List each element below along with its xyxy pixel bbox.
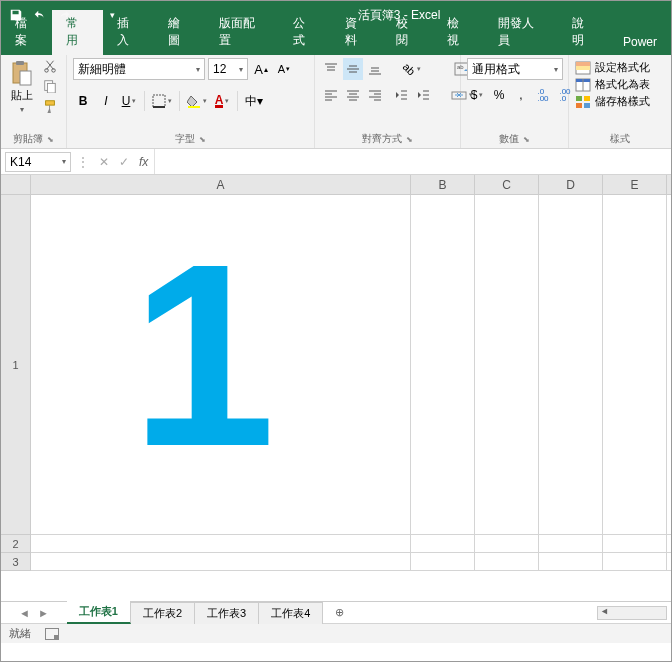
cell-a2[interactable] xyxy=(31,535,411,552)
sheet-tabs: ◄ ► 工作表1 工作表2 工作表3 工作表4 ⊕ xyxy=(1,601,671,623)
decrease-indent-icon[interactable] xyxy=(391,84,411,106)
align-bottom-icon[interactable] xyxy=(365,58,385,80)
svg-rect-6 xyxy=(47,83,55,93)
row-header-3[interactable]: 3 xyxy=(1,553,31,571)
sheet-tab-1[interactable]: 工作表1 xyxy=(67,601,131,624)
cell-c2[interactable] xyxy=(475,535,539,552)
cell-e3[interactable] xyxy=(603,553,667,570)
macro-record-icon[interactable] xyxy=(45,628,59,640)
clipboard-launcher-icon[interactable]: ⬊ xyxy=(47,135,54,144)
cell-c3[interactable] xyxy=(475,553,539,570)
select-all-corner[interactable] xyxy=(1,175,31,195)
sheet-tab-4[interactable]: 工作表4 xyxy=(259,602,323,624)
cell-a3[interactable] xyxy=(31,553,411,570)
cell-a1[interactable]: 1 xyxy=(31,195,411,534)
percent-button[interactable]: % xyxy=(489,84,509,106)
cell-b1[interactable] xyxy=(411,195,475,534)
group-clipboard: 貼上 ▾ 剪貼簿⬊ xyxy=(1,55,67,148)
cell-d3[interactable] xyxy=(539,553,603,570)
col-header-d[interactable]: D xyxy=(539,175,603,194)
col-header-c[interactable]: C xyxy=(475,175,539,194)
cell-styles-button[interactable]: 儲存格樣式 xyxy=(575,94,650,109)
grid-area: A B C D E 1 2 3 1 xyxy=(1,175,671,601)
align-middle-icon[interactable] xyxy=(343,58,363,80)
col-header-b[interactable]: B xyxy=(411,175,475,194)
sheet-nav-next-icon[interactable]: ► xyxy=(38,607,49,619)
group-align: ab▾ ab ▾ 對齊方式⬊ xyxy=(315,55,461,148)
number-format-combo[interactable]: 通用格式▾ xyxy=(467,58,563,80)
sheet-tab-3[interactable]: 工作表3 xyxy=(195,602,259,624)
status-bar: 就緒 xyxy=(1,623,671,643)
fill-color-button[interactable]: ▾ xyxy=(185,90,209,112)
align-launcher-icon[interactable]: ⬊ xyxy=(406,135,413,144)
group-font: 新細明體▾ 12▾ A▴ A▾ B I U▾ ▾ ▾ A▾ 中▾ 字型⬊ xyxy=(67,55,315,148)
format-painter-icon[interactable] xyxy=(41,98,59,114)
status-ready: 就緒 xyxy=(9,626,31,641)
col-header-a[interactable]: A xyxy=(31,175,411,194)
italic-button[interactable]: I xyxy=(96,90,116,112)
align-top-icon[interactable] xyxy=(321,58,341,80)
tab-draw[interactable]: 繪圖 xyxy=(154,10,205,55)
enter-formula-icon[interactable]: ✓ xyxy=(119,155,129,169)
redo-icon[interactable] xyxy=(57,8,71,22)
decrease-font-icon[interactable]: A▾ xyxy=(274,58,294,80)
increase-decimal-icon[interactable]: .0 .00 xyxy=(533,84,553,106)
font-launcher-icon[interactable]: ⬊ xyxy=(199,135,206,144)
tab-formulas[interactable]: 公式 xyxy=(279,10,330,55)
conditional-format-button[interactable]: 設定格式化 xyxy=(575,60,650,75)
horizontal-scrollbar[interactable] xyxy=(597,606,667,620)
comma-button[interactable]: , xyxy=(511,84,531,106)
increase-font-icon[interactable]: A▴ xyxy=(251,58,271,80)
paste-label: 貼上 xyxy=(11,88,33,103)
border-button[interactable]: ▾ xyxy=(150,90,174,112)
tab-view[interactable]: 檢視 xyxy=(433,10,484,55)
currency-button[interactable]: $▾ xyxy=(467,84,487,106)
increase-indent-icon[interactable] xyxy=(413,84,433,106)
tab-insert[interactable]: 插入 xyxy=(103,10,154,55)
new-sheet-button[interactable]: ⊕ xyxy=(323,606,356,619)
cell-e1[interactable] xyxy=(603,195,667,534)
formula-input[interactable] xyxy=(154,149,671,174)
paste-button[interactable]: 貼上 ▾ xyxy=(7,58,37,116)
cell-b3[interactable] xyxy=(411,553,475,570)
group-styles: 設定格式化 格式化為表 儲存格樣式 樣式 xyxy=(569,55,671,148)
tab-review[interactable]: 校閱 xyxy=(382,10,433,55)
font-size-combo[interactable]: 12▾ xyxy=(208,58,248,80)
phonetic-button[interactable]: 中▾ xyxy=(243,90,265,112)
tab-file[interactable]: 檔案 xyxy=(1,10,52,55)
tab-help[interactable]: 說明 xyxy=(558,10,609,55)
row-header-2[interactable]: 2 xyxy=(1,535,31,553)
underline-button[interactable]: U▾ xyxy=(119,90,139,112)
sheet-nav-prev-icon[interactable]: ◄ xyxy=(19,607,30,619)
cell-d1[interactable] xyxy=(539,195,603,534)
sheet-tab-2[interactable]: 工作表2 xyxy=(131,602,195,624)
cell-c1[interactable] xyxy=(475,195,539,534)
align-center-icon[interactable] xyxy=(343,84,363,106)
orientation-button[interactable]: ab▾ xyxy=(391,58,433,80)
cell-b2[interactable] xyxy=(411,535,475,552)
col-header-e[interactable]: E xyxy=(603,175,667,194)
cell-d2[interactable] xyxy=(539,535,603,552)
tab-power[interactable]: Power xyxy=(609,30,671,55)
number-launcher-icon[interactable]: ⬊ xyxy=(523,135,530,144)
align-right-icon[interactable] xyxy=(365,84,385,106)
font-name-combo[interactable]: 新細明體▾ xyxy=(73,58,205,80)
font-color-button[interactable]: A▾ xyxy=(212,90,232,112)
cut-icon[interactable] xyxy=(41,58,59,74)
tab-data[interactable]: 資料 xyxy=(331,10,382,55)
name-box[interactable]: K14▾ xyxy=(5,152,71,172)
row-header-1[interactable]: 1 xyxy=(1,195,31,535)
format-table-button[interactable]: 格式化為表 xyxy=(575,77,650,92)
cells-area[interactable]: 1 xyxy=(31,195,671,571)
fx-icon[interactable]: fx xyxy=(139,155,148,169)
tab-developer[interactable]: 開發人員 xyxy=(484,10,558,55)
cancel-formula-icon[interactable]: ✕ xyxy=(99,155,109,169)
cell-e2[interactable] xyxy=(603,535,667,552)
bold-button[interactable]: B xyxy=(73,90,93,112)
align-left-icon[interactable] xyxy=(321,84,341,106)
copy-icon[interactable] xyxy=(41,78,59,94)
formula-dots-icon[interactable]: ⋮ xyxy=(77,155,89,169)
svg-rect-50 xyxy=(584,103,590,108)
group-number: 通用格式▾ $▾ % , .0 .00 .00 .0 數值⬊ xyxy=(461,55,569,148)
tab-layout[interactable]: 版面配置 xyxy=(205,10,279,55)
